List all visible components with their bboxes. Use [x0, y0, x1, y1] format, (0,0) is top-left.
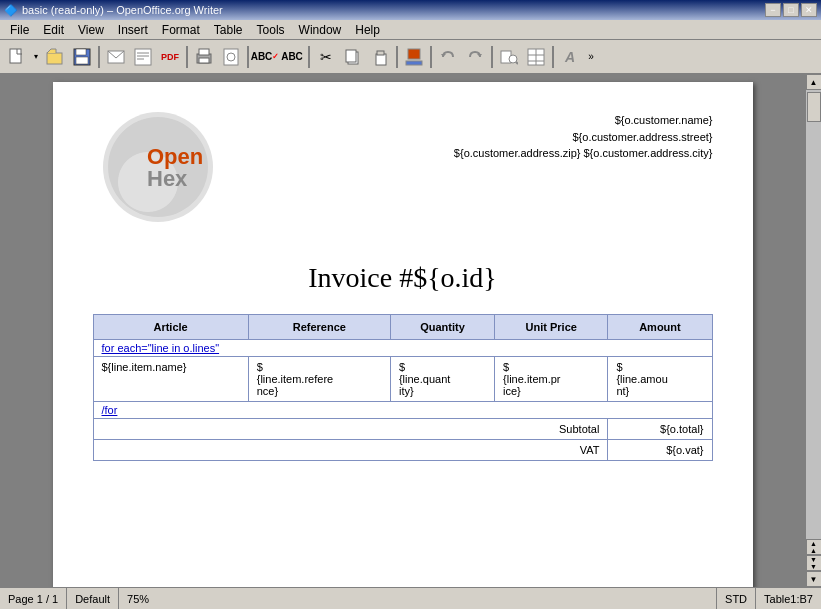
window-title: basic (read-only) – OpenOffice.org Write… [22, 4, 223, 16]
subtotal-value: ${o.total} [608, 419, 712, 440]
menu-file[interactable]: File [4, 21, 35, 39]
menu-edit[interactable]: Edit [37, 21, 70, 39]
table-header-row: Article Reference Quantity Unit Price Am… [93, 315, 712, 340]
maximize-button[interactable]: □ [783, 3, 799, 17]
svg-rect-17 [376, 54, 386, 65]
svg-rect-13 [224, 49, 238, 65]
save-button[interactable] [69, 44, 95, 70]
sep6 [430, 46, 432, 68]
col-amount: Amount [608, 315, 712, 340]
qty-var: ${line.quantity} [399, 361, 450, 397]
col-article: Article [93, 315, 248, 340]
style-indicator: Default [67, 588, 119, 609]
navigator-button[interactable] [496, 44, 522, 70]
customer-street: ${o.customer.address.street} [454, 129, 713, 146]
sep8 [552, 46, 554, 68]
undo-button[interactable] [435, 44, 461, 70]
main-area: Open Hex ${o.customer.name} ${o.customer… [0, 74, 821, 587]
logo-circle: Open Hex [103, 112, 213, 222]
col-quantity: Quantity [390, 315, 494, 340]
svg-rect-0 [10, 49, 21, 63]
svg-rect-18 [377, 51, 384, 55]
more-button[interactable]: » [584, 44, 598, 70]
table-data-row: ${line.item.name} ${line.item.reference}… [93, 357, 712, 402]
cell-reference: ${line.item.reference} [248, 357, 390, 402]
sep7 [491, 46, 493, 68]
open-button[interactable] [42, 44, 68, 70]
invoice-title: Invoice #${o.id} [93, 262, 713, 294]
sep1 [98, 46, 100, 68]
sep2 [186, 46, 188, 68]
zoom-text: 75% [127, 593, 149, 605]
mode-indicator: STD [717, 588, 756, 609]
menu-window[interactable]: Window [293, 21, 348, 39]
svg-rect-1 [47, 53, 62, 64]
redo-button[interactable] [462, 44, 488, 70]
preview-button[interactable] [218, 44, 244, 70]
col-reference: Reference [248, 315, 390, 340]
spellcheck-button[interactable]: ABC✓ [252, 44, 278, 70]
logo-svg: Open Hex [103, 112, 213, 222]
close-button[interactable]: ✕ [801, 3, 817, 17]
paste-button[interactable] [367, 44, 393, 70]
menu-help[interactable]: Help [349, 21, 386, 39]
svg-rect-3 [76, 49, 86, 55]
menu-bar: File Edit View Insert Format Table Tools… [0, 20, 821, 40]
svg-rect-12 [199, 58, 209, 63]
cut-button[interactable]: ✂ [313, 44, 339, 70]
customer-name: ${o.customer.name} [454, 112, 713, 129]
table-button[interactable] [523, 44, 549, 70]
menu-insert[interactable]: Insert [112, 21, 154, 39]
for-end-row: /for [93, 402, 712, 419]
customer-city: ${o.customer.address.zip} ${o.customer.a… [454, 145, 713, 162]
autocorrect-button[interactable]: ABC [279, 44, 305, 70]
email-button[interactable] [103, 44, 129, 70]
cell-amount: ${line.amount} [608, 357, 712, 402]
svg-rect-11 [199, 49, 209, 55]
menu-tools[interactable]: Tools [251, 21, 291, 39]
new-arrow[interactable]: ▾ [31, 44, 41, 70]
vat-label: VAT [93, 440, 608, 461]
edit-button[interactable] [130, 44, 156, 70]
customer-info: ${o.customer.name} ${o.customer.address.… [454, 112, 713, 162]
zoom-indicator: 75% [119, 588, 717, 609]
fontwork-button[interactable]: A [557, 44, 583, 70]
scroll-page-up[interactable]: ▲▲ [806, 539, 822, 555]
cell-item-name: ${line.item.name} [93, 357, 248, 402]
sep5 [396, 46, 398, 68]
svg-point-24 [509, 55, 517, 63]
scroll-thumb[interactable] [807, 92, 821, 122]
price-var: ${line.item.price} [503, 361, 560, 397]
document-container: Open Hex ${o.customer.name} ${o.customer… [0, 74, 805, 587]
for-end-link[interactable]: /for [102, 404, 118, 416]
svg-rect-16 [346, 50, 356, 62]
menu-format[interactable]: Format [156, 21, 206, 39]
mode-text: STD [725, 593, 747, 605]
scroll-down-button[interactable]: ▼ [806, 571, 822, 587]
vat-row: VAT ${o.vat} [93, 440, 712, 461]
for-each-row: for each="line in o.lines" [93, 340, 712, 357]
invoice-table: Article Reference Quantity Unit Price Am… [93, 314, 713, 461]
app-icon: 🔷 [4, 4, 18, 17]
svg-line-25 [516, 62, 518, 64]
copy-button[interactable] [340, 44, 366, 70]
page-text: Page 1 / 1 [8, 593, 58, 605]
page-indicator: Page 1 / 1 [0, 588, 67, 609]
cell-quantity: ${line.quantity} [390, 357, 494, 402]
paint-button[interactable] [401, 44, 427, 70]
menu-view[interactable]: View [72, 21, 110, 39]
vertical-scrollbar[interactable]: ▲ ▲▲ ▼▼ ▼ [805, 74, 821, 587]
scroll-up-button[interactable]: ▲ [806, 74, 822, 90]
scroll-track[interactable] [806, 90, 822, 539]
subtotal-label: Subtotal [93, 419, 608, 440]
menu-table[interactable]: Table [208, 21, 249, 39]
cell-text: Table1:B7 [764, 593, 813, 605]
for-each-link[interactable]: for each="line in o.lines" [102, 342, 220, 354]
scroll-page-down[interactable]: ▼▼ [806, 555, 822, 571]
pdf-button[interactable]: PDF [157, 44, 183, 70]
header-section: Open Hex ${o.customer.name} ${o.customer… [93, 112, 713, 232]
toolbar: ▾ PDF ABC✓ ABC ✂ A » [0, 40, 821, 74]
minimize-button[interactable]: − [765, 3, 781, 17]
print-button[interactable] [191, 44, 217, 70]
new-button[interactable] [4, 44, 30, 70]
